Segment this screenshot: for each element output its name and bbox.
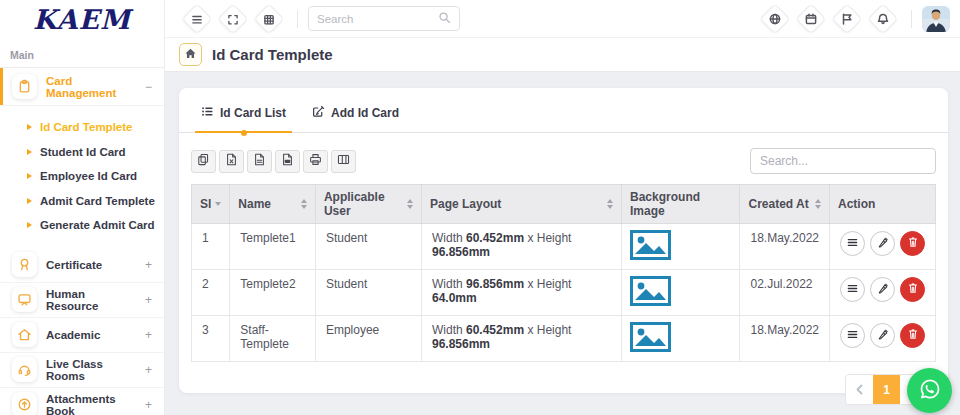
cell-background-image[interactable] [622,316,740,362]
sidebar-item-id-card-templete[interactable]: Id Card Templete [27,115,164,140]
image-icon[interactable] [630,249,671,263]
tab-add-id-card[interactable]: Add Id Card [312,105,399,132]
header-page-layout[interactable]: Page Layout [421,185,621,224]
header-sl[interactable]: Sl [192,185,230,224]
fullscreen-button[interactable] [217,3,248,34]
cell-name: Templete2 [230,270,316,316]
print-button[interactable] [303,150,328,173]
cell-sl: 2 [192,270,230,316]
academic-icon [12,322,37,347]
excel-export-button[interactable] [219,150,244,173]
pdf-export-button[interactable] [275,150,300,173]
sidebar: KAEM Main Card Management − Id Card Temp… [0,0,165,415]
brand-logo[interactable]: KAEM [0,0,164,35]
sidebar-item-live-class-rooms[interactable]: Live Class Rooms + [0,353,164,388]
image-icon[interactable] [630,341,671,355]
bell-icon [877,13,889,25]
cell-background-image[interactable] [622,224,740,270]
pen-icon [877,328,889,343]
table-row: 1 Templete1 Student Width 60.452mm x Hei… [192,224,936,270]
sidebar-item-academic[interactable]: Academic + [0,318,164,353]
submenu-label: Id Card Templete [40,121,132,133]
sidebar-item-certificate[interactable]: Certificate + [0,248,164,283]
menu-toggle-button[interactable] [181,3,212,34]
edit-button[interactable] [870,323,895,348]
global-search[interactable] [308,6,460,31]
sidebar-item-student-id-card[interactable]: Student Id Card [27,140,164,165]
header-created-at[interactable]: Created At [740,185,830,224]
expand-icon[interactable]: + [145,398,154,412]
pen-icon [877,282,889,297]
cell-sl: 3 [192,316,230,362]
language-button[interactable] [759,3,790,34]
sidebar-item-employee-id-card[interactable]: Employee Id Card [27,164,164,189]
trash-icon [907,236,919,251]
expand-icon[interactable]: + [145,258,154,272]
cell-action [830,316,936,362]
cell-background-image[interactable] [622,270,740,316]
edit-button[interactable] [870,277,895,302]
trash-icon [907,282,919,297]
whatsapp-button[interactable] [907,368,952,413]
delete-button[interactable] [900,231,925,256]
collapse-icon[interactable]: − [145,80,154,94]
excel-icon [225,152,238,170]
flag-button[interactable] [831,3,862,34]
column-visibility-button[interactable] [331,150,356,173]
content-card: Id Card List Add Id Card [179,88,948,393]
table-row: 3 Staff-Templete Employee Width 60.452mm… [192,316,936,362]
cell-user: Student [315,224,421,270]
topbar [165,0,960,38]
expand-icon[interactable]: + [145,328,154,342]
prev-page-button[interactable] [846,375,873,404]
header-applicable-user[interactable]: Applicable User [315,185,421,224]
caret-icon [27,198,32,204]
human-resource-icon [12,287,37,312]
user-avatar[interactable] [922,6,950,32]
notifications-button[interactable] [867,3,898,34]
export-button-group [191,150,356,173]
header-name[interactable]: Name [230,185,316,224]
sidebar-menu: Card Management − Id Card Templete Stude… [0,67,164,415]
edit-button[interactable] [870,231,895,256]
pdf-icon [281,152,294,170]
flag-icon [841,13,853,25]
details-button[interactable] [840,231,865,256]
submenu-label: Employee Id Card [40,170,137,182]
csv-export-button[interactable] [247,150,272,173]
page-number-button[interactable]: 1 [873,375,900,404]
copy-button[interactable] [191,150,216,173]
sidebar-item-generate-admit-card[interactable]: Generate Admit Card [27,213,164,238]
sidebar-item-card-management[interactable]: Card Management − [0,68,164,106]
apps-grid-button[interactable] [253,3,284,34]
list-icon [201,105,214,121]
page-title: Id Card Templete [212,46,333,63]
cell-created-at: 18.May.2022 [740,224,830,270]
sidebar-group-label: Certificate [46,259,136,271]
submenu-label: Generate Admit Card [40,219,155,231]
pen-icon [877,236,889,251]
tab-id-card-list[interactable]: Id Card List [201,105,286,132]
chevron-left-icon [855,381,864,399]
calendar-button[interactable] [795,3,826,34]
expand-icon[interactable]: + [145,293,154,307]
global-search-input[interactable] [317,13,432,25]
pagination: 1 [179,362,948,405]
details-button[interactable] [840,323,865,348]
content-area: Id Card List Add Id Card [165,72,960,415]
cell-action [830,224,936,270]
menu-icon [192,13,203,24]
details-button[interactable] [840,277,865,302]
sidebar-item-attachments-book[interactable]: Attachments Book + [0,388,164,415]
active-accent-bar [0,68,3,105]
sidebar-item-admit-card-templete[interactable]: Admit Card Templete [27,189,164,214]
image-icon[interactable] [630,295,671,309]
table-search-input[interactable] [760,154,926,168]
delete-button[interactable] [900,277,925,302]
table-search[interactable] [750,148,936,174]
sort-icon [607,199,613,209]
expand-icon[interactable]: + [145,363,154,377]
sidebar-item-human-resource[interactable]: Human Resource + [0,283,164,318]
home-button[interactable] [179,43,202,66]
delete-button[interactable] [900,323,925,348]
